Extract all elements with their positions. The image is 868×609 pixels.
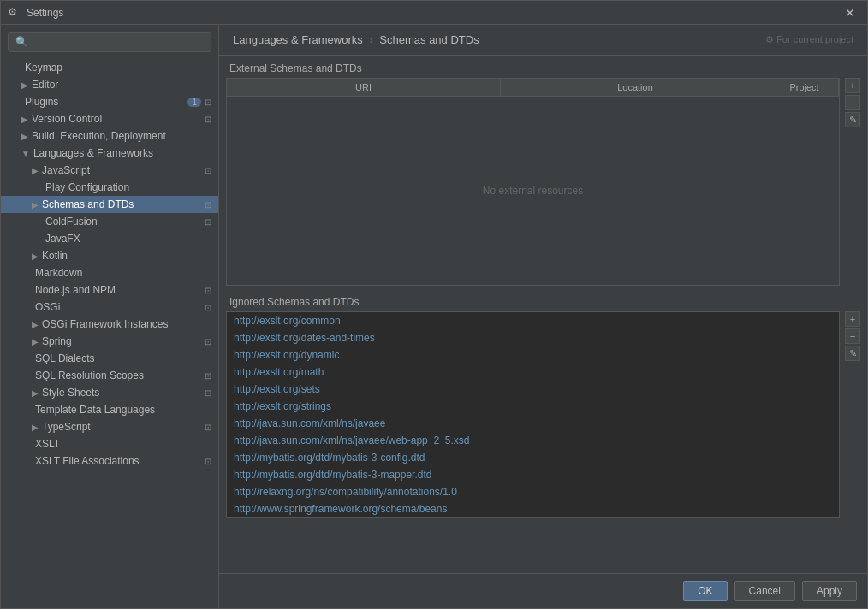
external-table-body: No external resources: [227, 97, 839, 285]
copy-icon: ⊡: [205, 200, 211, 210]
ignored-add-button[interactable]: +: [845, 311, 860, 327]
copy-icon: ⊡: [205, 166, 211, 175]
external-table: URI Location Project No external resourc…: [226, 78, 840, 286]
sidebar-item-version-control[interactable]: ▶ Version Control ⊡: [1, 110, 218, 127]
sidebar-item-markdown[interactable]: Markdown: [1, 264, 218, 281]
sidebar-item-label: Keymap: [25, 62, 211, 74]
sidebar-item-spring[interactable]: ▶ Spring ⊡: [1, 333, 218, 350]
sidebar-item-label: Kotlin: [42, 250, 211, 262]
ignored-section: Ignored Schemas and DTDs http://exslt.or…: [226, 296, 860, 566]
ignored-section-title: Ignored Schemas and DTDs: [226, 296, 860, 308]
sidebar-item-sql-dialects[interactable]: SQL Dialects: [1, 350, 218, 367]
sidebar-item-keymap[interactable]: Keymap: [1, 59, 218, 76]
sidebar-item-typescript[interactable]: ▶ TypeScript ⊡: [1, 418, 218, 435]
list-item[interactable]: http://www.springframework.org/schema/be…: [227, 500, 839, 517]
arrow-icon: ▶: [32, 200, 39, 210]
sidebar-item-label: Template Data Languages: [35, 404, 211, 416]
arrow-icon: ▶: [32, 423, 39, 432]
external-add-button[interactable]: +: [845, 78, 860, 93]
arrow-icon: ▶: [32, 388, 39, 398]
cancel-button[interactable]: Cancel: [734, 581, 795, 601]
sidebar-item-style-sheets[interactable]: ▶ Style Sheets ⊡: [1, 384, 218, 401]
list-item[interactable]: http://mybatis.org/dtd/mybatis-3-config.…: [227, 449, 839, 466]
sidebar-item-label: Play Configuration: [45, 181, 211, 193]
window-title: Settings: [27, 7, 840, 19]
content-area: Keymap ▶ Editor Plugins 1 ⊡ ▶ Version Co…: [1, 25, 867, 608]
apply-button[interactable]: Apply: [802, 581, 857, 601]
external-edit-button[interactable]: ✎: [845, 112, 860, 127]
sidebar-item-label: ColdFusion: [45, 216, 201, 228]
sidebar-item-label: Editor: [32, 79, 211, 91]
external-section-title: External Schemas and DTDs: [226, 62, 860, 74]
sidebar-item-osgi[interactable]: OSGi ⊡: [1, 299, 218, 316]
sidebar-item-nodejs[interactable]: Node.js and NPM ⊡: [1, 281, 218, 299]
sidebar-item-xslt-file-assoc[interactable]: XSLT File Associations ⊡: [1, 452, 218, 470]
copy-icon: ⊡: [205, 371, 211, 381]
sidebar-item-coldfusion[interactable]: ColdFusion ⊡: [1, 213, 218, 230]
settings-icon: ⚙: [8, 6, 21, 20]
sidebar-item-label: XSLT File Associations: [35, 455, 201, 467]
sidebar-scroll: Keymap ▶ Editor Plugins 1 ⊡ ▶ Version Co…: [1, 59, 218, 608]
list-item[interactable]: http://exslt.org/dates-and-times: [227, 329, 839, 346]
close-button[interactable]: ✕: [840, 4, 860, 21]
list-item[interactable]: http://exslt.org/math: [227, 364, 839, 381]
arrow-icon: ▶: [21, 80, 28, 90]
sidebar-item-label: JavaFX: [45, 233, 211, 245]
arrow-icon: ▼: [21, 149, 30, 158]
sidebar-item-label: OSGi Framework Instances: [42, 318, 211, 330]
list-item[interactable]: http://exslt.org/dynamic: [227, 346, 839, 364]
list-item[interactable]: http://relaxng.org/ns/compatibility/anno…: [227, 483, 839, 500]
sidebar-item-javascript[interactable]: ▶ JavaScript ⊡: [1, 162, 218, 179]
search-input[interactable]: [8, 32, 211, 52]
list-item[interactable]: http://java.sun.com/xml/ns/javaee: [227, 415, 839, 432]
ignored-edit-button[interactable]: ✎: [845, 346, 860, 361]
sidebar-item-play-configuration[interactable]: Play Configuration: [1, 179, 218, 196]
sidebar-item-osgi-framework[interactable]: ▶ OSGi Framework Instances: [1, 316, 218, 333]
sidebar-item-template-data[interactable]: Template Data Languages: [1, 401, 218, 418]
list-item[interactable]: http://exslt.org/common: [227, 312, 839, 329]
main-header: Languages & Frameworks › Schemas and DTD…: [219, 25, 867, 56]
bottom-bar: OK Cancel Apply: [219, 573, 867, 608]
sidebar-item-xslt[interactable]: XSLT: [1, 435, 218, 452]
sidebar-item-label: TypeScript: [42, 421, 201, 433]
list-item[interactable]: http://mybatis.org/dtd/mybatis-3-mapper.…: [227, 466, 839, 483]
sidebar-item-label: Languages & Frameworks: [33, 147, 211, 159]
ignored-table: http://exslt.org/commonhttp://exslt.org/…: [226, 311, 840, 518]
sidebar-item-javafx[interactable]: JavaFX: [1, 230, 218, 247]
sidebar-item-plugins[interactable]: Plugins 1 ⊡: [1, 93, 218, 110]
arrow-icon: ▶: [32, 166, 39, 175]
sidebar-item-languages[interactable]: ▼ Languages & Frameworks: [1, 145, 218, 162]
sidebar-item-build[interactable]: ▶ Build, Execution, Deployment: [1, 127, 218, 145]
external-buttons: + − ✎: [843, 78, 860, 127]
sidebar-item-schemas-dtds[interactable]: ▶ Schemas and DTDs ⊡: [1, 196, 218, 213]
copy-icon: ⊡: [205, 286, 211, 295]
sidebar-item-editor[interactable]: ▶ Editor: [1, 76, 218, 93]
for-project-label: ⚙ For current project: [765, 34, 853, 45]
titlebar: ⚙ Settings ✕: [1, 1, 867, 25]
copy-icon: ⊡: [205, 337, 211, 346]
sidebar-item-label: Schemas and DTDs: [42, 198, 201, 210]
sidebar-item-kotlin[interactable]: ▶ Kotlin: [1, 247, 218, 264]
arrow-icon: ▶: [32, 337, 39, 346]
copy-icon: ⊡: [205, 457, 211, 466]
copy-icon: ⊡: [205, 388, 211, 398]
copy-icon: ⊡: [205, 115, 211, 124]
sidebar-item-label: Style Sheets: [42, 387, 201, 399]
sidebar-item-label: OSGi: [35, 301, 201, 313]
sidebar-item-sql-resolution[interactable]: SQL Resolution Scopes ⊡: [1, 367, 218, 384]
list-item[interactable]: http://exslt.org/strings: [227, 398, 839, 415]
ignored-remove-button[interactable]: −: [845, 328, 860, 344]
breadcrumb-arrow: ›: [369, 33, 376, 46]
col-location: Location: [501, 79, 770, 96]
sidebar-item-label: Markdown: [35, 267, 211, 279]
breadcrumb: Languages & Frameworks › Schemas and DTD…: [233, 33, 479, 46]
ok-button[interactable]: OK: [683, 581, 727, 601]
settings-window: ⚙ Settings ✕ Keymap ▶ Editor Plugins 1: [0, 0, 868, 609]
list-item[interactable]: http://exslt.org/sets: [227, 381, 839, 398]
copy-icon: ⊡: [205, 98, 211, 107]
ignored-list[interactable]: http://exslt.org/commonhttp://exslt.org/…: [227, 312, 839, 517]
external-remove-button[interactable]: −: [845, 95, 860, 110]
list-item[interactable]: http://java.sun.com/xml/ns/javaee/web-ap…: [227, 432, 839, 449]
arrow-icon: ▶: [21, 115, 28, 124]
sidebar-item-label: Plugins: [25, 96, 184, 108]
